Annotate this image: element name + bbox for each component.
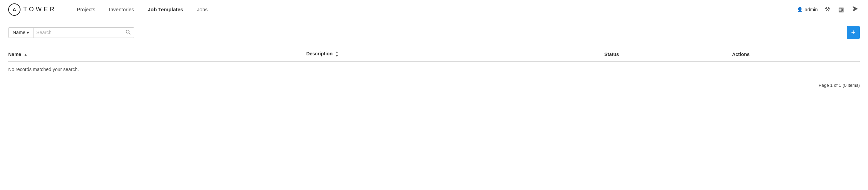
search-group: Name ▾ — [8, 27, 134, 38]
logo-letter: A — [13, 7, 16, 12]
filter-label: Name — [13, 30, 25, 35]
logout-icon: ⮞ — [852, 6, 858, 13]
empty-message: No records matched your search. — [8, 62, 860, 77]
navbar: A TOWER Projects Inventories Job Templat… — [0, 0, 868, 19]
nav-job-templates[interactable]: Job Templates — [141, 0, 190, 19]
search-input[interactable] — [33, 28, 122, 38]
search-icon — [126, 30, 131, 36]
tools-button[interactable]: ⚒ — [823, 4, 831, 15]
sort-name-icon: ▲ — [24, 53, 27, 56]
pagination-bar: Page 1 of 1 (0 items) — [8, 77, 860, 89]
job-templates-table: Name ▲ Description ▲ ▼ Status Action — [8, 47, 860, 77]
empty-row: No records matched your search. — [8, 62, 860, 77]
logout-button[interactable]: ⮞ — [851, 4, 860, 14]
nav-inventories[interactable]: Inventories — [102, 0, 141, 19]
search-button[interactable] — [122, 28, 134, 38]
sort-description-icon: ▲ ▼ — [335, 51, 339, 58]
monitor-button[interactable]: ▩ — [837, 4, 845, 15]
user-label: admin — [805, 7, 818, 12]
main-content: Name ▾ + Name — [0, 19, 868, 96]
nav-right: 👤 admin ⚒ ▩ ⮞ — [797, 4, 860, 15]
nav-projects[interactable]: Projects — [70, 0, 102, 19]
col-header-actions: Actions — [732, 47, 860, 62]
table-body: No records matched your search. — [8, 62, 860, 77]
add-job-template-button[interactable]: + — [847, 26, 860, 39]
svg-line-1 — [129, 33, 130, 34]
plus-icon: + — [851, 29, 856, 36]
filter-dropdown-button[interactable]: Name ▾ — [9, 28, 33, 38]
tools-icon: ⚒ — [825, 6, 830, 13]
table-header: Name ▲ Description ▲ ▼ Status Action — [8, 47, 860, 62]
logo-text: TOWER — [23, 6, 56, 13]
col-header-description[interactable]: Description ▲ ▼ — [306, 47, 604, 62]
user-icon: 👤 — [797, 7, 803, 12]
col-header-name[interactable]: Name ▲ — [8, 47, 306, 62]
nav-user[interactable]: 👤 admin — [797, 7, 818, 12]
nav-links: Projects Inventories Job Templates Jobs — [70, 0, 797, 19]
col-header-status: Status — [604, 47, 732, 62]
nav-jobs[interactable]: Jobs — [190, 0, 215, 19]
pagination-label: Page 1 of 1 (0 items) — [818, 83, 860, 88]
monitor-icon: ▩ — [838, 6, 844, 13]
logo-circle: A — [8, 3, 21, 16]
toolbar: Name ▾ + — [8, 26, 860, 39]
logo[interactable]: A TOWER — [8, 3, 56, 16]
chevron-down-icon: ▾ — [27, 30, 29, 35]
